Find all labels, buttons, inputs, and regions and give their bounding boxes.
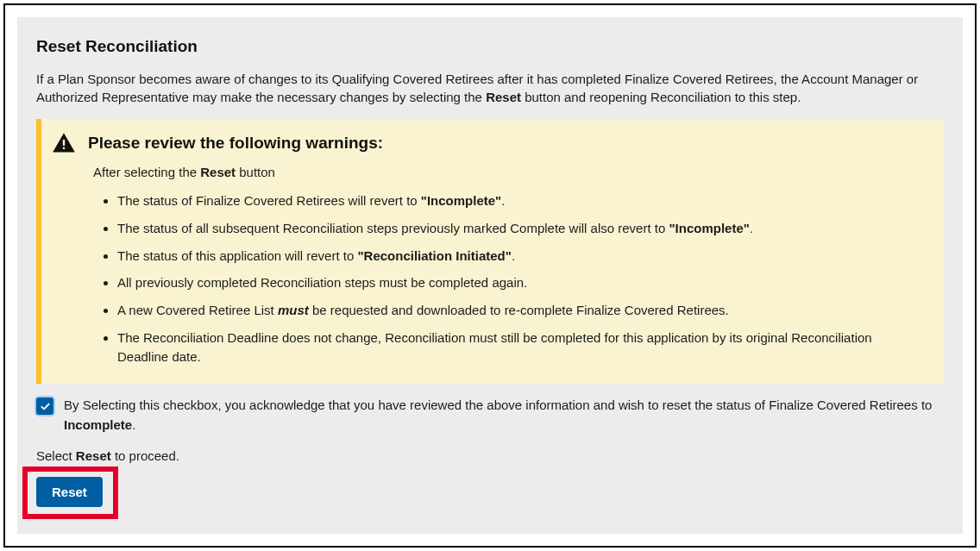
after-bold: Reset — [200, 165, 236, 179]
svg-rect-0 — [63, 140, 65, 146]
after-pre: After selecting the — [93, 165, 200, 179]
acknowledge-checkbox[interactable] — [36, 398, 53, 415]
list-item: All previously completed Reconciliation … — [117, 269, 927, 297]
intro-text: If a Plan Sponsor becomes aware of chang… — [36, 70, 944, 108]
list-item: The Reconciliation Deadline does not cha… — [117, 324, 927, 371]
proceed-instruction: Select Reset to proceed. — [36, 447, 944, 466]
reset-panel: Reset Reconciliation If a Plan Sponsor b… — [17, 17, 963, 534]
alert-after-text: After selecting the Reset button — [93, 163, 927, 183]
warning-triangle-icon — [52, 131, 76, 155]
page-frame: Reset Reconciliation If a Plan Sponsor b… — [3, 3, 977, 548]
warning-alert: Please review the following warnings: Af… — [36, 119, 944, 384]
reset-button[interactable]: Reset — [36, 477, 103, 507]
warning-list: The status of Finalize Covered Retirees … — [117, 187, 927, 370]
b2-bold: "Incomplete" — [669, 221, 749, 235]
ack-pre: By Selecting this checkbox, you acknowle… — [64, 398, 932, 412]
after-post: button — [236, 165, 275, 179]
list-item: The status of Finalize Covered Retirees … — [117, 187, 927, 215]
proceed-pre: Select — [36, 448, 76, 463]
check-icon — [40, 401, 51, 412]
acknowledge-label: By Selecting this checkbox, you acknowle… — [64, 396, 944, 435]
proceed-bold: Reset — [76, 448, 111, 463]
b3-pre: The status of this application will reve… — [117, 248, 357, 263]
b2-pre: The status of all subsequent Reconciliat… — [117, 221, 669, 235]
b3-post: . — [512, 248, 515, 263]
ack-post: . — [132, 417, 135, 432]
ack-bold: Incomplete — [64, 417, 132, 432]
intro-bold: Reset — [486, 90, 521, 104]
b6: The Reconciliation Deadline does not cha… — [117, 330, 872, 364]
b1-post: . — [501, 193, 505, 208]
svg-rect-1 — [63, 147, 65, 149]
acknowledge-row: By Selecting this checkbox, you acknowle… — [36, 396, 944, 435]
b2-post: . — [750, 221, 753, 235]
alert-body: After selecting the Reset button The sta… — [93, 163, 927, 371]
b5-post: be requested and downloaded to re-comple… — [309, 303, 729, 317]
alert-title: Please review the following warnings: — [88, 131, 383, 156]
b5-pre: A new Covered Retiree List — [117, 303, 278, 317]
list-item: The status of this application will reve… — [117, 242, 927, 270]
reset-button-wrap: Reset — [36, 477, 103, 507]
list-item: A new Covered Retiree List must be reque… — [117, 297, 927, 324]
b4: All previously completed Reconciliation … — [117, 275, 527, 290]
alert-header: Please review the following warnings: — [52, 131, 927, 156]
b5-em: must — [278, 303, 309, 317]
intro-post: button and reopening Reconciliation to t… — [521, 90, 801, 104]
list-item: The status of all subsequent Reconciliat… — [117, 215, 927, 242]
proceed-post: to proceed. — [111, 448, 179, 463]
b3-bold: "Reconciliation Initiated" — [357, 248, 511, 263]
b1-bold: "Incomplete" — [421, 193, 501, 208]
b1-pre: The status of Finalize Covered Retirees … — [117, 193, 421, 208]
section-heading: Reset Reconciliation — [36, 34, 944, 59]
